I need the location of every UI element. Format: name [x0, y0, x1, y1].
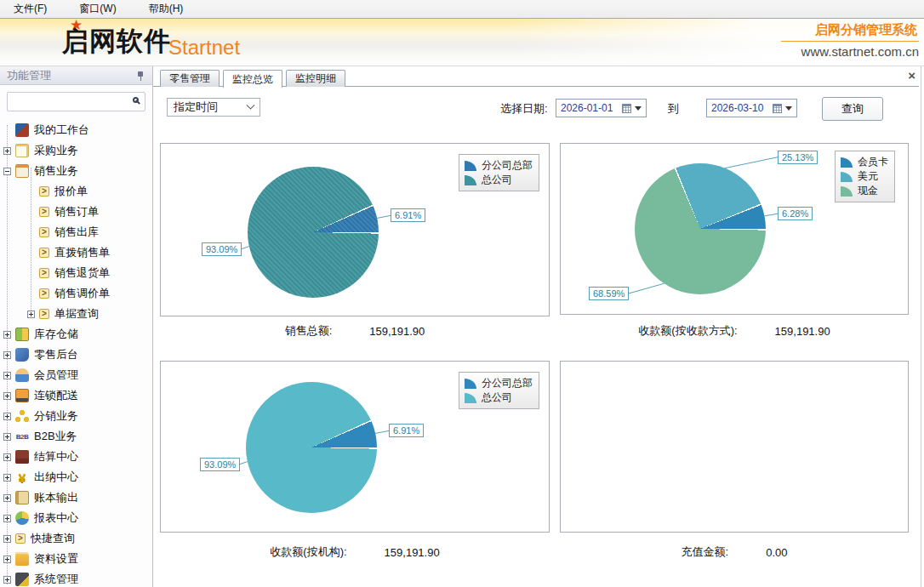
tree-item-label: 库存仓储 [34, 327, 78, 342]
collapse-minus-icon[interactable] [3, 168, 11, 175]
chart-caption-label: 充值金额: [682, 544, 729, 560]
content-right-divider [921, 66, 921, 587]
pie-callout: 25.13% [778, 151, 818, 164]
tab-监控总览[interactable]: 监控总览 [223, 70, 282, 88]
dropdown-arrow-icon [635, 106, 642, 111]
chart-panel-recharge [560, 361, 909, 533]
legend-item: 会员卡 [841, 155, 888, 169]
tree-item[interactable]: >销售调价单 [0, 283, 152, 304]
tree-item[interactable]: 系统管理 [0, 569, 152, 587]
tree-item[interactable]: 资料设置 [0, 549, 152, 569]
date-to-input[interactable]: 2026-03-10 [706, 99, 797, 117]
expand-plus-icon[interactable] [3, 331, 11, 339]
expand-plus-icon[interactable] [3, 515, 11, 522]
expand-plus-icon[interactable] [3, 474, 11, 482]
tree-item[interactable]: 销售业务 [0, 161, 152, 181]
tree-item[interactable]: >销售订单 [0, 202, 152, 222]
tab-零售管理[interactable]: 零售管理 [160, 70, 220, 87]
expand-plus-icon[interactable] [3, 433, 11, 441]
chart-caption-value: 0.00 [766, 546, 787, 559]
tree-item[interactable]: 账本输出 [0, 487, 152, 508]
expand-plus-icon[interactable] [3, 494, 11, 502]
function-tree: 我的工作台采购业务销售业务>报价单>销售订单>销售出库>直拨销售单>销售退货单>… [0, 117, 152, 587]
chart-caption-label: 收款额(按收款方式): [638, 323, 737, 339]
tree-item[interactable]: 连锁配送 [0, 385, 152, 406]
menu-item[interactable]: 帮助(H) [139, 0, 194, 18]
date-range-label: 选择日期: [500, 101, 548, 117]
tree-item-label: 快捷查询 [31, 531, 75, 546]
tree-item[interactable]: 我的工作台 [0, 120, 152, 140]
menu-item[interactable]: 文件(F) [3, 0, 57, 18]
sidebar-search-input[interactable] [7, 92, 145, 111]
tree-item[interactable]: ¥出纳中心 [0, 467, 152, 487]
expand-plus-icon[interactable] [27, 311, 35, 318]
tree-item[interactable]: >直拨销售单 [0, 242, 152, 263]
member-icon [15, 368, 29, 382]
tree-item[interactable]: >快捷查询 [0, 528, 152, 549]
expand-plus-icon[interactable] [3, 576, 11, 584]
expand-plus-icon[interactable] [3, 392, 11, 400]
workbench-icon [15, 123, 29, 137]
sidebar-header: 功能管理 [0, 66, 152, 85]
tree-item-label: 零售后台 [34, 347, 78, 362]
tree-item[interactable]: >销售出库 [0, 222, 152, 242]
pie-chart [246, 382, 377, 513]
tree-item[interactable]: 采购业务 [0, 140, 152, 161]
expand-plus-icon[interactable] [3, 556, 11, 563]
date-from-input[interactable]: 2026-01-01 [556, 99, 647, 117]
tree-item-label: 销售业务 [34, 163, 78, 179]
tree-item-label: 资料设置 [34, 551, 78, 567]
tree-item[interactable]: >销售退货单 [0, 263, 152, 283]
purchase-icon [15, 144, 29, 157]
chart-caption-label: 收款额(按机构): [270, 544, 346, 560]
tree-item-label: 单据查询 [54, 306, 99, 322]
tree-item[interactable]: 库存仓储 [0, 324, 152, 345]
website-url: www.startnet.com.cn [781, 42, 919, 59]
logo-text-cn: 启网软件 [62, 24, 171, 60]
tree-item[interactable]: 零售后台 [0, 345, 152, 365]
sidebar-title: 功能管理 [7, 68, 51, 83]
doc-arrow-icon: > [39, 268, 49, 278]
doc-arrow-icon: > [39, 186, 49, 197]
query-button[interactable]: 查询 [822, 97, 883, 121]
expand-plus-icon[interactable] [3, 535, 11, 543]
doc-arrow-icon: > [39, 227, 49, 237]
expand-plus-icon[interactable] [3, 147, 11, 155]
chart-caption: 收款额(按机构): 159,191.90 [160, 544, 550, 560]
date-to-value: 2026-03-10 [711, 102, 773, 114]
retail-icon [15, 348, 29, 362]
legend-swatch [465, 161, 476, 171]
search-icon[interactable] [133, 97, 139, 103]
pie-callout: 6.91% [391, 208, 425, 222]
expand-plus-icon[interactable] [3, 453, 11, 461]
menu-item[interactable]: 窗口(W) [69, 0, 126, 18]
pin-icon[interactable] [136, 71, 145, 81]
chart-caption: 收款额(按收款方式): 159,191.90 [560, 323, 909, 339]
tree-item[interactable]: 会员管理 [0, 365, 152, 385]
expand-plus-icon[interactable] [3, 372, 11, 379]
legend-swatch [841, 157, 853, 168]
chart-caption-value: 159,191.90 [369, 325, 425, 338]
tab-监控明细[interactable]: 监控明细 [286, 70, 345, 87]
expand-plus-icon[interactable] [3, 413, 11, 420]
legend-swatch [841, 186, 853, 197]
tree-item-label: 分销业务 [34, 408, 78, 424]
tree-item[interactable]: 结算中心 [0, 447, 152, 467]
tree-item-label: 采购业务 [34, 143, 78, 158]
delivery-icon [15, 389, 29, 402]
time-range-select[interactable]: 指定时间 [167, 98, 260, 117]
tree-item[interactable]: >单据查询 [0, 304, 152, 324]
tree-item[interactable]: 报表中心 [0, 508, 152, 528]
calendar-icon [622, 104, 631, 113]
tree-item-label: 会员管理 [34, 368, 78, 383]
chart-caption: 充值金额: 0.00 [560, 544, 909, 560]
tree-item[interactable]: >报价单 [0, 181, 152, 202]
tree-item[interactable]: 分销业务 [0, 406, 152, 426]
b2b-icon: B2B [15, 430, 29, 443]
expand-plus-icon[interactable] [3, 351, 11, 359]
doc-arrow-icon: > [39, 288, 49, 299]
warehouse-icon [15, 328, 29, 341]
chart-caption: 销售总额: 159,191.90 [160, 323, 550, 339]
tree-item[interactable]: B2BB2B业务 [0, 426, 152, 447]
tree-item-label: 直拨销售单 [54, 245, 110, 260]
